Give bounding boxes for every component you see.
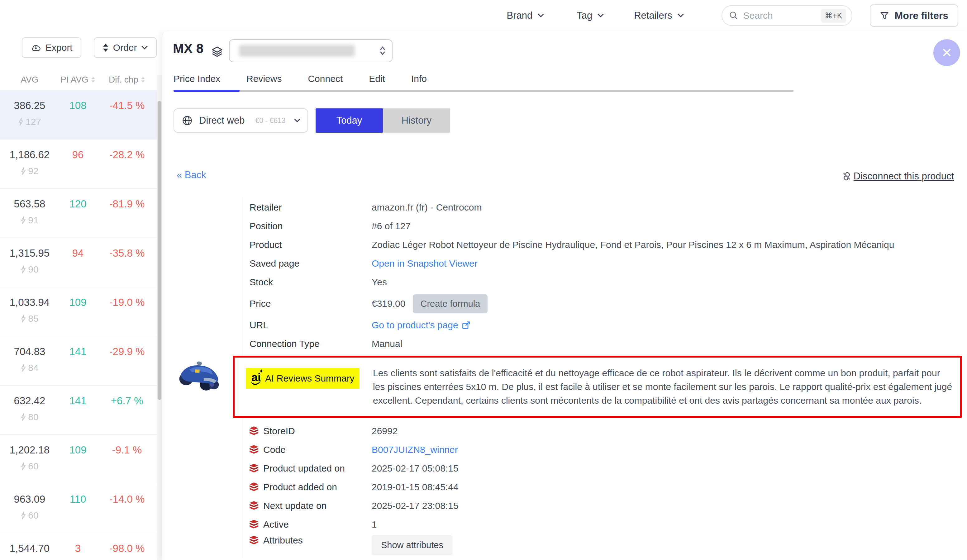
search-input[interactable]: Search ⌘+K bbox=[721, 5, 852, 26]
ai-summary-label: AI Reviews Summary bbox=[265, 373, 355, 384]
detail-label-text: Active bbox=[263, 519, 289, 530]
lightning-icon bbox=[21, 413, 26, 421]
detail-link[interactable]: B007JUIZN8_winner bbox=[372, 445, 458, 455]
tab-price-index[interactable]: Price Index bbox=[173, 74, 220, 87]
column-header-pi-avg[interactable]: PI AVG bbox=[59, 75, 97, 85]
dif-chp-value: -29.9 % bbox=[97, 346, 157, 357]
create-formula-button[interactable]: Create formula bbox=[413, 294, 488, 313]
brand-filter-dropdown[interactable]: Brand bbox=[507, 10, 544, 21]
globe-icon bbox=[182, 115, 193, 126]
close-icon: ✕ bbox=[941, 45, 952, 61]
dif-chp-value: -9.1 % bbox=[97, 444, 157, 456]
sidebar-scrollbar[interactable] bbox=[157, 75, 162, 560]
retailers-filter-dropdown[interactable]: Retailers bbox=[634, 10, 684, 21]
disconnect-label: Disconnect this product bbox=[853, 171, 954, 182]
detail-label: Attributes bbox=[249, 535, 372, 546]
detail-row: Position#6 of 127 bbox=[249, 217, 959, 236]
detail-row: StockYes bbox=[249, 273, 959, 292]
tab-reviews[interactable]: Reviews bbox=[246, 74, 282, 87]
tag-filter-dropdown[interactable]: Tag bbox=[577, 10, 604, 21]
table-row[interactable]: 1,186.6296-28.2 %92 bbox=[0, 140, 157, 189]
avg-value: 963.09 bbox=[0, 493, 59, 505]
price-value: €319.00 bbox=[372, 298, 405, 309]
show-attributes-button[interactable]: Show attributes bbox=[372, 535, 453, 555]
detail-value: €319.00Create formula bbox=[372, 294, 959, 313]
retailer-count: 60 bbox=[0, 461, 59, 471]
table-row[interactable]: 386.25108-41.5 %127 bbox=[0, 90, 157, 140]
table-row[interactable]: 1,315.9594-35.8 %90 bbox=[0, 238, 157, 287]
tab-info[interactable]: Info bbox=[411, 74, 427, 87]
retailer-count-value: 84 bbox=[28, 362, 38, 373]
retailer-count: 85 bbox=[0, 313, 59, 324]
column-header-avg[interactable]: AVG bbox=[0, 75, 59, 85]
more-filters-label: More filters bbox=[895, 10, 948, 21]
detail-row: Active1 bbox=[249, 515, 959, 534]
pi-avg-value: 108 bbox=[59, 100, 97, 112]
order-label: Order bbox=[113, 42, 137, 53]
retailer-count-value: 91 bbox=[28, 215, 38, 226]
database-icon bbox=[249, 536, 258, 545]
detail-label-text: Attributes bbox=[263, 535, 303, 546]
avg-value: 632.42 bbox=[0, 395, 59, 407]
detail-label: Product updated on bbox=[249, 463, 372, 474]
back-link[interactable]: « Back bbox=[177, 170, 206, 181]
product-select[interactable] bbox=[229, 39, 393, 62]
lightning-icon bbox=[21, 315, 26, 323]
redacted-text bbox=[239, 45, 355, 57]
history-toggle-button[interactable]: History bbox=[383, 109, 450, 133]
export-button[interactable]: Export bbox=[22, 37, 81, 58]
today-toggle-button[interactable]: Today bbox=[315, 109, 383, 133]
avg-value: 563.58 bbox=[0, 198, 59, 210]
external-link-icon bbox=[461, 321, 471, 330]
tab-edit[interactable]: Edit bbox=[369, 74, 385, 87]
database-icon bbox=[249, 427, 258, 436]
detail-label: Next update on bbox=[249, 501, 372, 511]
detail-tabs: Price IndexReviewsConnectEditInfo bbox=[173, 74, 427, 87]
table-row[interactable]: 632.42141+6.7 %80 bbox=[0, 385, 157, 435]
tab-connect[interactable]: Connect bbox=[308, 74, 343, 87]
retailer-count: 90 bbox=[0, 264, 59, 275]
table-row[interactable]: 1,202.18109-9.1 %60 bbox=[0, 435, 157, 484]
page-title: MX 8 bbox=[173, 41, 203, 56]
table-row[interactable]: 963.09110-14.0 %60 bbox=[0, 484, 157, 533]
table-row[interactable]: 563.58120-81.9 %91 bbox=[0, 189, 157, 238]
retailer-count: 80 bbox=[0, 412, 59, 422]
detail-row: AttributesShow attributes bbox=[249, 534, 959, 558]
detail-value: 2019-01-15 08:45:44 bbox=[372, 482, 959, 492]
detail-row: Retaileramazon.fr (fr) - Centrocom bbox=[249, 198, 959, 217]
column-header-dif-chp[interactable]: Dif. chp bbox=[97, 75, 157, 85]
database-icon bbox=[249, 501, 258, 511]
table-row[interactable]: 1,544.703-98.0 % bbox=[0, 533, 157, 560]
funnel-icon bbox=[880, 11, 889, 20]
detail-link[interactable]: Go to product's page bbox=[372, 320, 471, 331]
table-row[interactable]: 704.83141-29.9 %84 bbox=[0, 336, 157, 385]
detail-row: CodeB007JUIZN8_winner bbox=[249, 440, 959, 459]
ai-summary-label-cell: ai✦ AI Reviews Summary bbox=[246, 366, 364, 407]
dif-chp-value: -28.2 % bbox=[97, 149, 157, 161]
detail-row: ProductZodiac Léger Robot Nettoyeur de P… bbox=[249, 236, 959, 254]
retailer-scope-dropdown[interactable]: Direct web €0 - €613 bbox=[173, 109, 308, 133]
detail-label-text: Product added on bbox=[263, 482, 337, 492]
detail-label: Retailer bbox=[249, 202, 372, 213]
sort-icon bbox=[91, 77, 95, 83]
detail-rows-top: Retaileramazon.fr (fr) - CentrocomPositi… bbox=[249, 198, 959, 353]
avg-value: 1,033.94 bbox=[0, 296, 59, 308]
retailer-count: 84 bbox=[0, 362, 59, 373]
order-button[interactable]: Order bbox=[94, 37, 157, 58]
disconnect-product-link[interactable]: Disconnect this product bbox=[842, 171, 954, 182]
table-row[interactable]: 1,033.94109-19.0 %85 bbox=[0, 287, 157, 336]
detail-row: StoreID26992 bbox=[249, 422, 959, 440]
product-detail-panel: MX 8 ✕ Price IndexReviewsConnectEditInfo… bbox=[162, 31, 967, 560]
search-placeholder: Search bbox=[743, 10, 816, 21]
search-shortcut-badge: ⌘+K bbox=[821, 9, 846, 23]
scrollbar-thumb[interactable] bbox=[158, 101, 162, 400]
pi-avg-value: 94 bbox=[59, 247, 97, 259]
avg-value: 386.25 bbox=[0, 100, 59, 112]
tab-underline-track bbox=[173, 90, 794, 92]
detail-link[interactable]: Open in Snapshot Viewer bbox=[372, 258, 478, 269]
close-button[interactable]: ✕ bbox=[933, 39, 960, 66]
more-filters-button[interactable]: More filters bbox=[870, 4, 958, 27]
brand-filter-label: Brand bbox=[507, 10, 532, 21]
chevron-down-icon bbox=[537, 13, 544, 18]
detail-label: Product bbox=[249, 239, 372, 250]
